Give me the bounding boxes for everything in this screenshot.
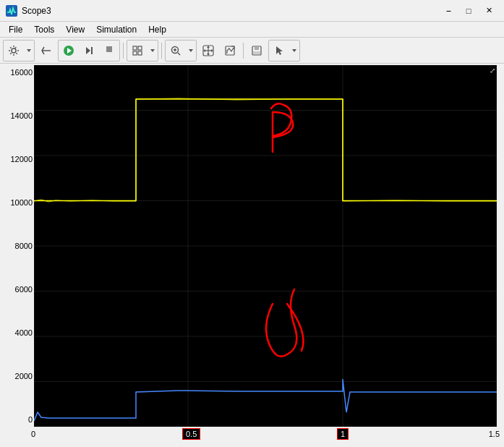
svg-rect-6: [91, 47, 93, 54]
separator-2: [161, 43, 162, 59]
u-annotation: [266, 289, 304, 357]
cursor-group: [268, 40, 300, 61]
svg-rect-9: [138, 46, 142, 50]
scope-icon: [6, 5, 17, 17]
svg-rect-7: [106, 46, 112, 52]
y-label-14000: 14000: [3, 111, 33, 120]
toolbar: [0, 38, 504, 64]
stop-button[interactable]: [99, 41, 119, 61]
plot-area[interactable]: ⤢: [34, 65, 497, 427]
x-label-1: 1: [337, 428, 349, 440]
zoom-dropdown[interactable]: [186, 41, 196, 61]
menu-tools[interactable]: Tools: [28, 23, 60, 36]
blue-trace: [34, 379, 497, 421]
zoom-group: [165, 40, 197, 61]
play-button[interactable]: [59, 41, 79, 61]
settings-dropdown[interactable]: [24, 41, 34, 61]
step-button[interactable]: [79, 41, 99, 61]
layout-group: [127, 40, 158, 61]
window-controls: ‒ □ ✕: [439, 4, 498, 18]
x-label-1-5: 1.5: [489, 430, 500, 438]
cursor-button[interactable]: [269, 41, 289, 61]
yellow-trace: [34, 99, 497, 201]
svg-point-1: [12, 48, 16, 53]
back-button[interactable]: [36, 41, 56, 61]
svg-rect-8: [133, 46, 137, 50]
svg-marker-12: [150, 49, 155, 52]
separator-3: [243, 43, 244, 59]
x-axis-area: 0 0.5 1 1.5: [34, 427, 497, 447]
save-button[interactable]: [247, 41, 267, 61]
svg-line-14: [178, 53, 180, 55]
autoscale-button[interactable]: [220, 41, 240, 61]
menu-view[interactable]: View: [60, 23, 90, 36]
x-label-0: 0: [31, 430, 35, 438]
window-title: Scope3: [22, 6, 51, 16]
svg-marker-17: [189, 49, 193, 52]
svg-rect-10: [133, 51, 137, 55]
y-label-6000: 6000: [3, 285, 33, 294]
menu-help[interactable]: Help: [142, 23, 172, 36]
maximize-button[interactable]: □: [459, 4, 478, 18]
y-label-10000: 10000: [3, 198, 33, 207]
close-button[interactable]: ✕: [479, 4, 498, 18]
settings-group: [3, 40, 35, 61]
chart-svg: [34, 65, 497, 427]
x-label-0-5: 0.5: [182, 428, 200, 440]
settings-button[interactable]: [4, 41, 24, 61]
playback-group: [58, 40, 120, 61]
y-label-4000: 4000: [3, 328, 33, 337]
plot-container: 16000 14000 12000 10000 8000 6000 4000 2…: [0, 64, 504, 447]
svg-rect-27: [255, 46, 259, 50]
y-label-12000: 12000: [3, 155, 33, 163]
p-annotation: [271, 103, 293, 152]
svg-marker-5: [86, 47, 90, 54]
zoom-in-button[interactable]: [166, 41, 186, 61]
layout-button[interactable]: [127, 41, 148, 61]
y-label-2000: 2000: [3, 372, 33, 380]
pan-button[interactable]: [198, 41, 218, 61]
layout-dropdown[interactable]: [148, 41, 158, 61]
svg-rect-28: [253, 51, 260, 54]
menu-simulation[interactable]: Simulation: [90, 23, 142, 36]
y-label-0: 0: [3, 415, 33, 424]
y-label-8000: 8000: [3, 242, 33, 250]
menu-bar: File Tools View Simulation Help: [0, 22, 504, 38]
cursor-dropdown[interactable]: [289, 41, 299, 61]
svg-rect-0: [6, 5, 17, 17]
y-label-16000: 16000: [3, 68, 33, 77]
svg-marker-2: [27, 49, 31, 52]
svg-rect-11: [138, 51, 142, 55]
svg-marker-29: [292, 49, 296, 52]
title-bar-left: Scope3: [6, 5, 51, 17]
title-bar: Scope3 ‒ □ ✕: [0, 0, 504, 22]
separator-1: [123, 43, 124, 59]
minimize-button[interactable]: ‒: [439, 4, 458, 18]
menu-file[interactable]: File: [3, 23, 28, 36]
